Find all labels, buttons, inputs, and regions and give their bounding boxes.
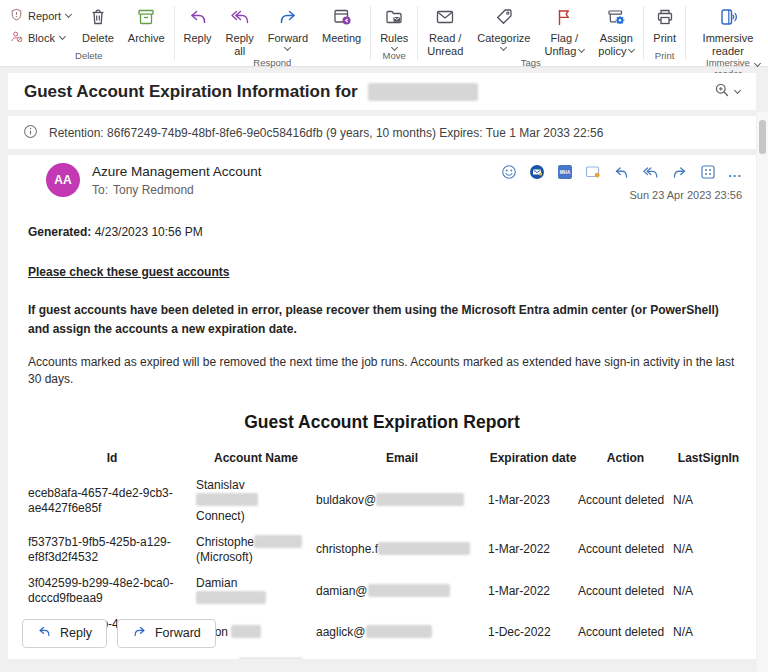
archive-box-icon — [136, 7, 156, 29]
toolbar-group-print: Print Print — [646, 0, 683, 66]
more-options-icon[interactable]: ... — [728, 165, 742, 180]
report-button[interactable]: Report — [10, 8, 71, 23]
immersive-reader-button[interactable]: Immersivereader — [696, 0, 761, 57]
report-shield-icon — [10, 8, 23, 23]
forward-label: Forward — [268, 32, 308, 45]
addin-envelope-icon[interactable] — [529, 164, 545, 180]
forward-button[interactable]: Forward — [261, 0, 315, 50]
reply-icon — [188, 7, 208, 29]
archive-button[interactable]: Archive — [121, 0, 172, 45]
reply-button[interactable]: Reply — [176, 0, 218, 45]
cell-id: 3f042599-b299-48e2-bca0-dcccd9fbeaa9 — [28, 571, 196, 612]
cell-account-name: Stanislav Connect) — [196, 473, 316, 530]
delete-button[interactable]: Delete — [75, 0, 121, 45]
cell-action: Account deleted — [578, 612, 673, 653]
forward-button-footer[interactable]: Forward — [117, 619, 216, 648]
recipient-name[interactable]: Tony Redmond — [113, 183, 194, 197]
assign-policy-button[interactable]: Assignpolicy — [591, 0, 641, 57]
block-button[interactable]: Block — [10, 30, 71, 45]
chevron-down-icon — [628, 46, 635, 53]
toolbar-group-move: Rules Move — [373, 0, 415, 66]
redacted-text — [368, 83, 478, 101]
to-label: To: — [92, 183, 108, 197]
delete-label: Delete — [82, 32, 114, 45]
rules-folder-icon — [384, 7, 404, 29]
cell-expiration: 1-Mar-2023 — [488, 473, 578, 530]
scrollbar-thumb[interactable] — [759, 120, 766, 154]
ribbon-collapse-chevron-icon[interactable] — [755, 52, 760, 70]
chevron-down-icon — [500, 44, 507, 51]
toolbar-separator — [417, 6, 418, 60]
cell-action: Account deleted — [578, 530, 673, 571]
meeting-label: Meeting — [322, 32, 361, 45]
forward-icon — [278, 7, 298, 29]
report-label: Report — [28, 10, 61, 22]
group-label-print: Print — [646, 50, 683, 66]
redacted-text — [378, 542, 470, 555]
redacted-text — [254, 535, 302, 548]
message-body: Generated: 4/23/2023 10:56 PM Please che… — [8, 225, 756, 659]
subject-band: Guest Account Expiration Information for — [8, 73, 756, 110]
zoom-control-button[interactable] — [714, 82, 740, 102]
toolbar-group-respond: Reply Replyall Forward Meeting — [176, 0, 368, 66]
read-unread-label: Read / — [429, 32, 461, 44]
report-title: Guest Account Expiration Report — [28, 412, 736, 433]
col-header-lastsignin: LastSignIn — [673, 447, 744, 473]
avatar[interactable]: AA — [46, 163, 80, 197]
flag-unflag-button[interactable]: Flag /Unflag — [537, 0, 591, 57]
group-label-delete: Delete — [6, 50, 172, 66]
mha-addin-icon[interactable]: MHA — [557, 164, 573, 180]
scrollbar[interactable] — [757, 112, 768, 672]
expiry-note: Accounts marked as expired will be remov… — [28, 354, 736, 388]
envelope-icon — [435, 7, 455, 29]
generated-value: 4/23/2023 10:56 PM — [91, 225, 202, 239]
forward-icon — [132, 625, 147, 641]
email-card: AA Azure Management Account To: Tony Red… — [8, 155, 756, 659]
reply-button-footer[interactable]: Reply — [22, 619, 107, 648]
toolbar-separator — [685, 6, 686, 60]
block-label: Block — [28, 32, 55, 44]
addin-window-icon[interactable] — [585, 164, 601, 180]
redacted-text — [376, 493, 464, 506]
forward-icon[interactable] — [671, 165, 688, 180]
rules-button[interactable]: Rules — [373, 0, 415, 50]
policy-box-gear-icon — [606, 7, 626, 29]
read-unread-button[interactable]: Read /Unread — [420, 0, 470, 57]
col-header-expiration-date: Expiration date — [488, 447, 578, 473]
trash-icon — [88, 7, 108, 29]
apps-grid-icon[interactable] — [700, 164, 716, 180]
toolbar-separator — [370, 6, 371, 60]
toolbar-group-tags: Read /Unread Categorize Flag /Unflag — [420, 0, 641, 66]
emoji-reaction-icon[interactable] — [501, 164, 517, 180]
assign-policy-label: Assign — [600, 32, 633, 44]
check-accounts-line: Please check these guest accounts — [28, 265, 736, 279]
message-action-icons: MHA ... — [501, 164, 742, 180]
cell-email: buldakov@ — [316, 473, 488, 530]
chevron-down-icon — [578, 46, 585, 53]
reply-all-icon[interactable] — [642, 165, 659, 180]
group-label-move: Move — [373, 50, 415, 66]
cell-lastsignin: N/A — [673, 530, 744, 571]
reply-icon[interactable] — [613, 165, 630, 180]
categorize-button[interactable]: Categorize — [470, 0, 537, 50]
cell-account-name: Norbert Connect — [196, 653, 316, 659]
redacted-text — [368, 584, 450, 597]
reply-all-button[interactable]: Replyall — [219, 0, 261, 57]
table-row: 3f042599-b299-48e2-bca0-dcccd9fbeaa9 Dam… — [28, 571, 744, 612]
generated-line: Generated: 4/23/2023 10:56 PM — [28, 225, 736, 239]
toolbar-separator — [174, 6, 175, 60]
generated-label: Generated: — [28, 225, 91, 239]
cell-expiration: 1-Dec-2022 — [488, 612, 578, 653]
svg-text:MHA: MHA — [560, 170, 571, 175]
ribbon-toolbar: Report Block Delete — [0, 0, 768, 67]
chevron-down-icon — [59, 32, 66, 39]
redacted-text — [196, 591, 266, 604]
reply-all-icon — [230, 7, 250, 29]
meeting-button[interactable]: Meeting — [315, 0, 368, 45]
cell-lastsignin: N/A — [673, 473, 744, 530]
print-button[interactable]: Print — [646, 0, 683, 45]
redacted-text — [196, 493, 258, 506]
redacted-text — [366, 625, 432, 638]
immersive-reader-icon — [718, 7, 738, 29]
retention-text: Retention: 86f67249-74b9-48bf-8fe6-9e0c5… — [49, 126, 603, 140]
